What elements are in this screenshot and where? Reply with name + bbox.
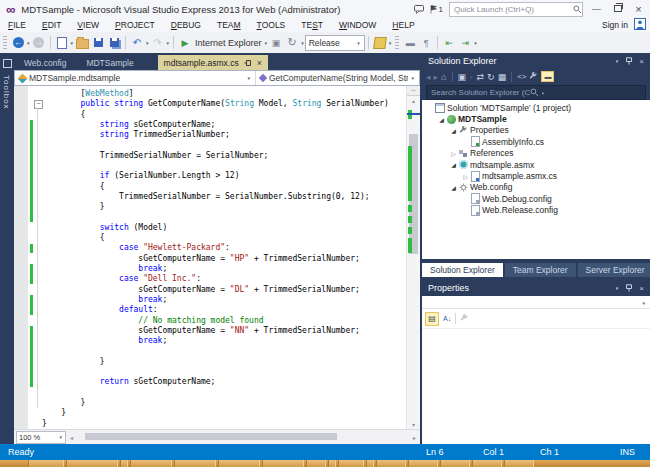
view-code-icon[interactable]: <> [517,72,526,81]
chevron-down-icon[interactable]: ▾ [167,40,170,46]
pin-icon[interactable] [244,59,252,67]
vertical-scrollbar[interactable]: ─ ▴ ▾ [406,86,420,430]
scroll-down-icon[interactable]: ▾ [407,421,420,428]
minimize-button[interactable]: — [589,4,604,14]
expander-icon[interactable]: ▷ [461,173,470,180]
taskbar-button[interactable] [472,460,502,467]
editor-zoom-combo[interactable]: 100 % ▾ [16,431,66,444]
scroll-right-icon[interactable]: ▸ [409,434,420,441]
toolbox-side-tab[interactable]: Toolbox [0,53,14,444]
tree-item[interactable]: ▷References [422,148,650,159]
properties-object-combo[interactable]: ▾ [422,296,650,309]
open-file-button[interactable] [75,35,89,51]
taskbar-button[interactable] [504,460,534,467]
chevron-down-icon[interactable]: ▾ [642,300,645,306]
taskbar-button[interactable] [130,460,172,467]
alphabetical-sort-button[interactable]: A↓ [443,315,451,322]
scrollbar-thumb[interactable] [85,433,337,440]
chevron-down-icon[interactable]: ▾ [146,40,149,46]
solution-explorer-search-input[interactable]: Search Solution Explorer (Ctrl+;) ▾ [426,85,646,100]
split-editor-handle[interactable]: ─ [407,86,420,96]
refresh-icon[interactable]: ↻ [487,72,495,82]
code-text[interactable]: [WebMethod] public string GetComputerNam… [42,89,406,429]
type-dropdown[interactable]: MDTSample.mdtsample ▾ [15,71,256,85]
taskbar-button[interactable] [306,460,326,467]
taskbar-button[interactable] [366,460,374,467]
chevron-down-icon[interactable]: ▾ [265,40,268,46]
sign-in-icon[interactable] [634,18,646,30]
document-tab[interactable]: Web.config [14,55,76,70]
solution-configuration-combo[interactable]: Release ▾ [305,35,365,51]
menu-team[interactable]: TEAM [209,19,249,31]
taskbar-button[interactable] [120,460,128,467]
expander-icon[interactable]: ◢ [449,127,458,134]
new-file-button[interactable] [55,35,69,51]
feedback-icon[interactable] [414,5,424,14]
quick-launch-input[interactable]: Quick Launch (Ctrl+Q) [449,2,583,17]
taskbar-button[interactable] [262,460,304,467]
menu-tools[interactable]: TOOLS [249,19,294,31]
find-in-files-icon[interactable] [373,35,387,51]
window-position-icon[interactable]: ▾ [616,285,619,291]
solution-explorer-title-bar[interactable]: Solution Explorer ▾ × [422,53,650,69]
toolbar-overflow-icon[interactable]: ▾ [389,40,392,46]
run-target-label[interactable]: Internet Explorer [195,38,262,48]
uncomment-button[interactable]: ¶ [419,35,433,51]
property-pages-wrench-icon[interactable] [460,314,469,323]
menu-test[interactable]: TEST [293,19,331,31]
tree-item[interactable]: ◢Web.config [422,182,650,193]
close-icon[interactable]: × [639,57,644,66]
menu-file[interactable]: FILE [0,19,34,31]
properties-title-bar[interactable]: Properties ▾ × [422,280,650,296]
tree-item[interactable]: Web.Release.config [422,205,650,216]
expander-icon[interactable]: ◢ [449,184,458,191]
taskbar-button[interactable] [66,460,118,467]
taskbar-button[interactable] [218,460,260,467]
chevron-down-icon[interactable]: ▾ [470,74,473,80]
close-icon[interactable]: × [257,58,262,68]
properties-wrench-icon[interactable] [529,72,538,81]
document-tab[interactable]: MDTSample [76,55,143,70]
window-position-icon[interactable]: ▾ [616,58,619,64]
windows-taskbar[interactable] [0,460,650,467]
tree-item[interactable]: Web.Debug.config [422,193,650,204]
attach-icon[interactable]: ▣ [269,35,283,51]
document-tab[interactable]: mdtsample.asmx.cs× [158,55,268,70]
preview-selected-toggle[interactable]: ▬ [541,71,554,82]
chevron-down-icon[interactable]: ▾ [301,40,304,46]
explorer-tab-solution-explorer[interactable]: Solution Explorer [422,263,503,277]
menu-project[interactable]: PROJECT [107,19,163,31]
indent-decrease-icon[interactable]: ⇤ [442,35,456,51]
member-dropdown[interactable]: GetComputerName(String Model, String Ser… [256,71,419,85]
taskbar-button[interactable] [440,460,470,467]
redo-button[interactable]: ↷ [151,35,165,51]
expander-icon[interactable]: ▷ [449,150,458,157]
close-icon[interactable]: × [639,284,644,293]
taskbar-button[interactable] [28,460,64,467]
tree-item[interactable]: ◢MDTSample [422,113,650,124]
close-button[interactable]: × [631,3,646,15]
menu-view[interactable]: VIEW [69,19,107,31]
chevron-down-icon[interactable]: ▾ [542,90,641,96]
undo-button[interactable]: ↶ [130,35,144,51]
tree-item[interactable]: ▷mdtsample.asmx.cs [422,170,650,181]
menu-debug[interactable]: DEBUG [163,19,209,31]
tree-item[interactable]: ◢mdtsample.asmx [422,159,650,170]
collapse-all-icon[interactable]: ▣ [458,72,467,82]
toolbar-grip[interactable] [395,36,399,49]
back-icon[interactable]: ◂ [426,72,431,82]
tree-item[interactable]: ◢Properties [422,125,650,136]
explorer-tab-team-explorer[interactable]: Team Explorer [505,263,576,277]
navigate-forward-button[interactable]: → [32,35,46,51]
pin-icon[interactable] [625,57,633,65]
forward-icon[interactable]: ▸ [434,72,439,82]
expander-icon[interactable]: ◢ [437,116,446,123]
save-all-button[interactable] [107,35,121,51]
menu-window[interactable]: WINDOW [331,19,384,31]
comment-button[interactable]: ▬ [403,35,417,51]
indent-increase-icon[interactable]: ⇥ [458,35,472,51]
horizontal-scrollbar[interactable] [77,430,409,444]
taskbar-button[interactable] [338,460,364,467]
taskbar-button[interactable] [328,460,336,467]
scroll-up-icon[interactable]: ▴ [407,97,420,104]
